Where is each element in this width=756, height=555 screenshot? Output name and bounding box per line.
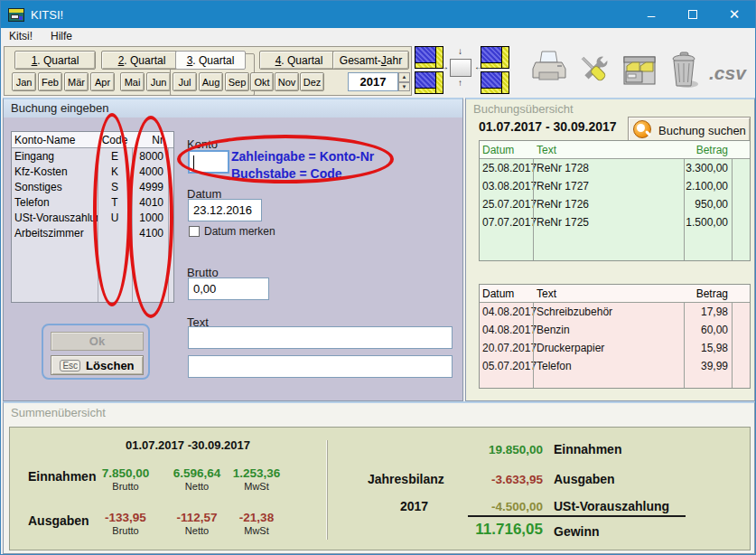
sum-underline [468, 515, 686, 517]
income-table[interactable]: Datum Text Betrag 25.08.2017ReNr 17283.3… [479, 140, 751, 261]
month-apr-button[interactable]: Apr [90, 72, 115, 91]
table-row[interactable]: 05.07.2017Telefon39,99 [480, 357, 750, 375]
layout-top-right-button[interactable] [481, 46, 509, 69]
month-nov-button[interactable]: Nov [275, 72, 299, 91]
print-button[interactable] [530, 50, 568, 95]
archive-button[interactable] [622, 53, 658, 91]
esc-key-badge: Esc [60, 360, 80, 372]
year-spinner: ▲ ▼ [398, 72, 410, 91]
summary-divider [326, 440, 328, 540]
month-dez-button[interactable]: Dez [300, 72, 324, 91]
quarter-2-button[interactable]: 2. Quartal [101, 51, 182, 70]
table-row[interactable]: 20.07.2017Druckerpapier15,98 [480, 339, 750, 357]
folder-icon [622, 53, 658, 88]
konto-hint-line1: Zahleingabe = Konto-Nr [231, 149, 374, 164]
month-aug-button[interactable]: Aug [199, 72, 223, 91]
ausgaben-mwst-value: -21,38 [220, 511, 293, 524]
datum-input[interactable]: 23.12.2016 [188, 199, 262, 221]
ust-value: -4.500,00 [421, 500, 543, 513]
table-row[interactable]: USt-VorauszahlungU1000 [12, 210, 173, 225]
datum-merken-checkbox[interactable] [189, 226, 200, 237]
table-row[interactable]: Kfz-KostenK4000 [12, 164, 173, 179]
month-mar-button[interactable]: Mär [64, 72, 89, 91]
minimize-button[interactable]: – [630, 1, 672, 28]
layout-icon [501, 47, 509, 68]
close-button[interactable]: ✕ [714, 1, 755, 28]
month-okt-button[interactable]: Okt [250, 72, 274, 91]
overview-panel-caption: Buchungsübersicht [473, 102, 574, 116]
month-jan-button[interactable]: Jan [12, 72, 36, 91]
search-icon [633, 120, 653, 140]
year-input[interactable]: 2017 [348, 72, 398, 91]
arrow-down-icon: ↓ [458, 47, 462, 56]
maximize-icon [688, 10, 697, 19]
csv-export-button[interactable]: .csv [709, 62, 746, 84]
delete-button[interactable] [669, 52, 702, 93]
table-row[interactable]: 04.08.2017Benzin60,00 [480, 321, 750, 339]
menu-kitsi[interactable]: Kitsi! [9, 30, 33, 42]
settings-button[interactable] [576, 52, 612, 93]
datum-merken-label: Datum merken [204, 225, 275, 238]
layout-bottom-right-button[interactable] [481, 71, 509, 94]
text-input-1[interactable] [188, 326, 453, 349]
layout-bottom-left-button[interactable] [415, 71, 443, 94]
title-bar: KITSI! – ✕ [1, 1, 755, 28]
summary-panel: Summenübersicht 01.07.2017 -30.09.2017 E… [3, 401, 755, 554]
table-row[interactable]: 25.07.2017ReNr 1726950,00 [480, 195, 750, 213]
menu-hilfe[interactable]: Hilfe [51, 30, 72, 42]
table-row[interactable]: 04.08.2017Schreibzubehör17,98 [480, 303, 750, 321]
gesamt-jahr-button[interactable]: Gesamt-Jahr [332, 51, 409, 70]
quarter-4-button[interactable]: 4. Quartal [259, 51, 339, 70]
income-table-header: Datum Text Betrag [480, 141, 750, 159]
table-row[interactable]: Arbeitszimmer4100 [12, 225, 173, 240]
brutto-input[interactable]: 0,00 [188, 278, 269, 300]
expense-table[interactable]: Datum Text Betrag 04.08.2017Schreibzubeh… [479, 284, 751, 389]
konto-label: Konto [187, 137, 218, 151]
menu-bar: Kitsi! Hilfe [1, 28, 755, 44]
konto-table-header: Konto-Name Code Nr [12, 132, 173, 148]
table-row[interactable]: TelefonT4010 [12, 194, 173, 210]
text-input-2[interactable] [188, 355, 453, 378]
table-row[interactable]: EingangE8000 [12, 148, 173, 164]
arrow-up-icon: ↑ [458, 79, 462, 88]
month-jun-button[interactable]: Jun [146, 72, 171, 91]
quarter-1-button[interactable]: 1. Quartal [14, 51, 96, 70]
app-window: KITSI! – ✕ Kitsi! Hilfe 1. Quartal 2. Qu… [0, 0, 756, 555]
year-spin-down-button[interactable]: ▼ [398, 82, 410, 92]
mwst-sublabel: MwSt [220, 525, 293, 536]
month-jul-button[interactable]: Jul [173, 72, 197, 91]
konto-input[interactable] [188, 150, 229, 174]
jahr-einnahmen-label: Einnahmen [554, 442, 621, 456]
summary-box: 01.07.2017 -30.09.2017 Einnahmen 7.850,0… [9, 427, 751, 550]
layout-icon [501, 72, 509, 93]
expense-table-header: Datum Text Betrag [480, 285, 750, 303]
ok-button[interactable]: Ok [51, 332, 144, 351]
maximize-button[interactable] [672, 1, 714, 28]
month-feb-button[interactable]: Feb [38, 72, 62, 91]
summary-date-range: 01.07.2017 -30.09.2017 [93, 438, 283, 452]
overview-panel: Buchungsübersicht 01.07.2017 - 30.09.201… [465, 98, 755, 401]
table-row[interactable]: 03.08.2017ReNr 17272.100,00 [480, 177, 750, 195]
text-caret [193, 155, 194, 170]
quarter-3-button[interactable]: 3. Quartal [175, 51, 246, 70]
ausgaben-brutto-value: -133,95 [89, 511, 162, 524]
table-row[interactable]: 07.07.2017ReNr 17251.500,00 [480, 213, 750, 231]
window-title: KITSI! [31, 8, 63, 22]
table-row[interactable]: SonstigesS4999 [12, 179, 173, 194]
entry-panel-caption: Buchung eingeben [4, 99, 462, 118]
fit-window-icon[interactable] [450, 59, 471, 77]
loeschen-button[interactable]: Esc Löschen [51, 355, 144, 375]
trash-icon [669, 52, 702, 89]
month-sep-button[interactable]: Sep [225, 72, 249, 91]
month-mai-button[interactable]: Mai [120, 72, 145, 91]
jahr-einnahmen-value: 19.850,00 [421, 443, 543, 456]
konto-table[interactable]: Konto-Name Code Nr EingangE8000 Kfz-Kost… [11, 131, 174, 303]
period-selector: 1. Quartal 2. Quartal 3. Quartal 4. Quar… [4, 46, 412, 96]
einnahmen-row-label: Einnahmen [28, 469, 96, 484]
table-row[interactable]: 25.08.2017ReNr 17283.300,00 [480, 159, 750, 177]
confirm-group: Ok Esc Löschen [42, 324, 150, 380]
layout-icon [435, 72, 443, 93]
gewinn-label: Gewinn [554, 524, 600, 539]
year-spin-up-button[interactable]: ▲ [398, 72, 410, 82]
einnahmen-brutto-value: 7.850,00 [89, 466, 162, 480]
